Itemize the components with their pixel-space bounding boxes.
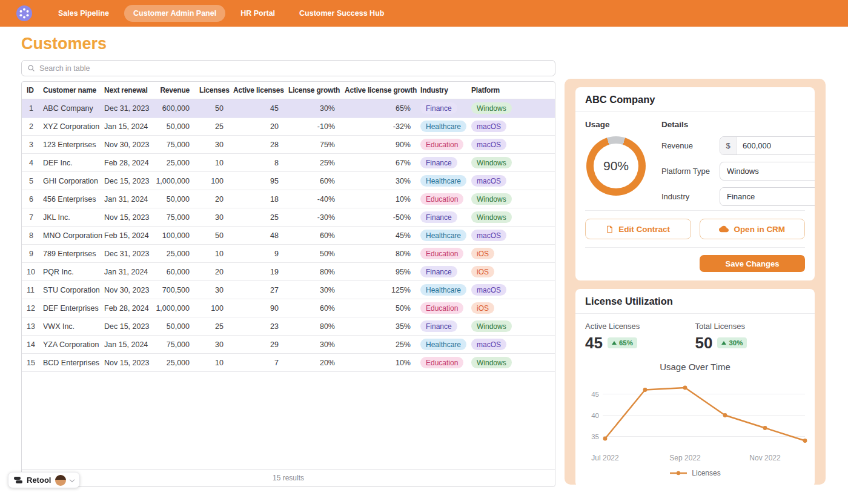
- cell-name: 123 Enterprises: [38, 136, 99, 154]
- table-row[interactable]: 8MNO CorporationFeb 15, 2024100,00050486…: [22, 227, 555, 245]
- cell-active_license_growth: 25%: [340, 336, 416, 354]
- cell-id: 7: [22, 208, 38, 227]
- column-header-name[interactable]: Customer name: [38, 82, 99, 99]
- table-row[interactable]: 1ABC CompanyDec 31, 2023600,000504530%65…: [22, 99, 555, 118]
- cell-revenue: 100,000: [151, 227, 194, 245]
- table-search[interactable]: [21, 60, 555, 76]
- cell-licenses: 20: [194, 190, 228, 208]
- edit-contract-button[interactable]: Edit Contract: [585, 219, 691, 239]
- cell-renewal: Dec 31, 2023: [99, 245, 151, 263]
- cell-active_licenses: 28: [228, 136, 283, 154]
- industry-badge: Healthcare: [420, 175, 466, 187]
- table-row[interactable]: 9789 EnterprisesDec 31, 202325,00010950%…: [22, 245, 555, 263]
- cell-active_licenses: 29: [228, 336, 283, 354]
- cell-license_growth: 50%: [283, 245, 340, 263]
- industry-badge: Finance: [420, 266, 457, 277]
- cell-renewal: Feb 28, 2024: [99, 299, 151, 317]
- platform-badge: macOS: [471, 230, 506, 241]
- customers-table: IDCustomer nameNext renewalRevenueLicens…: [21, 81, 555, 487]
- table-row[interactable]: 7JKL Inc.Nov 15, 202375,0003025-30%-50%F…: [22, 208, 555, 227]
- cell-license_growth: 60%: [283, 172, 340, 190]
- table-row[interactable]: 2XYZ CorporationJan 15, 202450,0002520-1…: [22, 118, 555, 136]
- cell-revenue: 600,000: [151, 99, 194, 118]
- column-header-renewal[interactable]: Next renewal: [99, 82, 151, 99]
- nav-item[interactable]: Customer Success Hub: [290, 5, 393, 22]
- cell-active_licenses: 19: [228, 263, 283, 281]
- search-input[interactable]: [39, 64, 549, 73]
- column-header-active_licenses[interactable]: Active licenses: [228, 82, 283, 99]
- table-row[interactable]: 14YZA CorporationJan 15, 202475,00030293…: [22, 336, 555, 354]
- cell-licenses: 10: [194, 354, 228, 372]
- column-header-revenue[interactable]: Revenue: [151, 82, 194, 99]
- active-licenses-delta-badge: 65%: [608, 337, 637, 348]
- cell-license_growth: 30%: [283, 336, 340, 354]
- nav-item[interactable]: Sales Pipeline: [49, 5, 118, 22]
- cell-revenue: 75,000: [151, 208, 194, 227]
- revenue-input[interactable]: [737, 137, 815, 154]
- platform-badge: Windows: [471, 357, 512, 368]
- cell-id: 6: [22, 190, 38, 208]
- cell-id: 13: [22, 317, 38, 336]
- nav-item[interactable]: HR Portal: [231, 5, 284, 22]
- cell-id: 14: [22, 336, 38, 354]
- column-header-active_license_growth[interactable]: Active license growth: [340, 82, 416, 99]
- cell-active_license_growth: 67%: [340, 154, 416, 172]
- cell-renewal: Jan 31, 2024: [99, 190, 151, 208]
- cell-revenue: 700,500: [151, 281, 194, 299]
- column-header-platform[interactable]: Platform: [466, 82, 555, 99]
- table-row[interactable]: 3123 EnterprisesNov 30, 202375,000302875…: [22, 136, 555, 154]
- table-header-row: IDCustomer nameNext renewalRevenueLicens…: [22, 82, 555, 99]
- app-logo-icon: [16, 5, 32, 21]
- cell-active_license_growth: 10%: [340, 190, 416, 208]
- cell-active_license_growth: 90%: [340, 136, 416, 154]
- table-row[interactable]: 12DEF EnterprisesFeb 28, 20241,000,00010…: [22, 299, 555, 317]
- column-header-license_growth[interactable]: License growth: [283, 82, 340, 99]
- table-row[interactable]: 10PQR Inc.Jan 31, 202460,000201980%95%Fi…: [22, 263, 555, 281]
- svg-text:45: 45: [591, 391, 599, 398]
- cell-renewal: Jan 15, 2024: [99, 118, 151, 136]
- table-row[interactable]: 13VWX Inc.Dec 15, 202350,000252380%35%Fi…: [22, 317, 555, 336]
- cell-name: JKL Inc.: [38, 208, 99, 227]
- cell-id: 11: [22, 281, 38, 299]
- open-in-crm-button[interactable]: Open in CRM: [700, 219, 806, 239]
- nav-item[interactable]: Customer Admin Panel: [124, 5, 225, 22]
- cell-renewal: Nov 30, 2023: [99, 136, 151, 154]
- platform-type-value: Windows: [727, 167, 759, 176]
- cell-id: 12: [22, 299, 38, 317]
- cell-licenses: 10: [194, 154, 228, 172]
- table-row[interactable]: 4DEF Inc.Feb 28, 202425,00010825%67%Fina…: [22, 154, 555, 172]
- platform-badge: Windows: [471, 320, 512, 332]
- cell-renewal: Jan 31, 2024: [99, 263, 151, 281]
- industry-badge: Healthcare: [420, 339, 466, 350]
- navbar: Sales PipelineCustomer Admin PanelHR Por…: [0, 0, 848, 27]
- platform-badge: Windows: [471, 211, 512, 223]
- industry-badge: Healthcare: [420, 121, 466, 132]
- platform-badge: macOS: [471, 175, 506, 187]
- table-row[interactable]: 15BCD EnterprisesNov 15, 202325,00010720…: [22, 354, 555, 372]
- industry-badge: Finance: [420, 211, 457, 223]
- svg-text:35: 35: [591, 433, 599, 440]
- svg-text:40: 40: [591, 412, 599, 419]
- column-header-id[interactable]: ID: [22, 82, 38, 99]
- cell-name: 789 Enterprises: [38, 245, 99, 263]
- platform-badge: Windows: [471, 102, 512, 114]
- main-content: Customers IDCustomer nameNext renewalRev…: [0, 27, 848, 487]
- platform-badge: macOS: [471, 121, 506, 132]
- cell-revenue: 1,000,000: [151, 299, 194, 317]
- cell-active_licenses: 8: [228, 154, 283, 172]
- cell-name: DEF Inc.: [38, 154, 99, 172]
- retool-label: Retool: [27, 476, 51, 485]
- cell-active_licenses: 27: [228, 281, 283, 299]
- industry-select[interactable]: Finance: [720, 187, 815, 206]
- retool-badge[interactable]: Retool: [8, 472, 80, 488]
- cloud-icon: [719, 224, 729, 234]
- column-header-industry[interactable]: Industry: [416, 82, 466, 99]
- table-body-area: IDCustomer nameNext renewalRevenueLicens…: [22, 82, 555, 469]
- column-header-licenses[interactable]: Licenses: [194, 82, 228, 99]
- triangle-up-icon: [612, 341, 617, 345]
- table-row[interactable]: 6456 EnterprisesJan 31, 202450,0002018-4…: [22, 190, 555, 208]
- platform-type-select[interactable]: Windows: [720, 162, 815, 181]
- save-changes-button[interactable]: Save Changes: [700, 255, 805, 272]
- table-row[interactable]: 5GHI CorporationDec 15, 20231,000,000100…: [22, 172, 555, 190]
- table-row[interactable]: 11STU CorporationNov 30, 2023700,5003027…: [22, 281, 555, 299]
